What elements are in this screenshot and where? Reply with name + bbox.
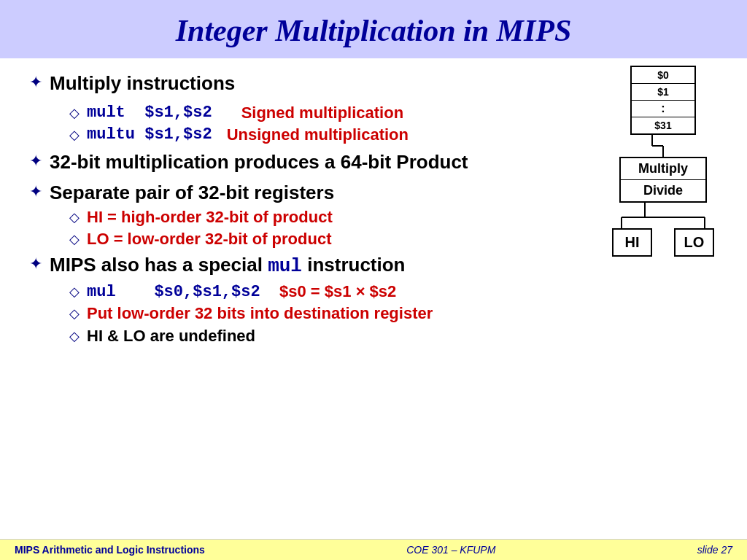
multiply-divide-box: Multiply Divide xyxy=(619,157,707,203)
put-low-desc: Put low-order 32 bits into destination r… xyxy=(87,304,433,323)
bullet-text-3: Separate pair of 32-bit registers xyxy=(50,181,334,206)
lo-box: LO xyxy=(674,228,714,257)
lo-desc: LO = low-order 32-bit of product xyxy=(87,230,332,249)
reg-s31: $31 xyxy=(632,117,694,133)
sub-item-mult-content: mult $s1,$s2 Signed multiplication xyxy=(87,104,403,122)
diagram: $0 $1 : $31 Multiply Divide HI LO xyxy=(601,66,725,257)
multiply-label: Multiply xyxy=(621,158,705,180)
bullet-text-1: Multiply instructions xyxy=(50,71,235,96)
connector-svg-bottom xyxy=(601,203,725,228)
hi-lo-row: HI LO xyxy=(601,228,725,257)
bullet-text-4: MIPS also has a special mul instruction xyxy=(50,253,406,279)
mul-desc: $s0 = $s1 × $s2 xyxy=(279,282,396,301)
connector-svg-top xyxy=(619,135,707,157)
hi-box: HI xyxy=(612,228,652,257)
sub-item-put-low: ◇ Put low-order 32 bits into destination… xyxy=(69,304,718,323)
diamond-icon-3: ✦ xyxy=(29,182,42,201)
diamond-icon-1: ✦ xyxy=(29,73,42,92)
mul-inline-code: mul xyxy=(268,255,302,277)
sub-diamond-icon-7: ◇ xyxy=(69,328,80,344)
sub-item-undefined: ◇ HI & LO are undefined xyxy=(69,326,718,347)
footer-left: MIPS Arithmetic and Logic Instructions xyxy=(15,544,205,556)
sub-item-mul-content: mul $s0,$s1,$s2 $s0 = $s1 × $s2 xyxy=(87,282,396,301)
reg-dots: : xyxy=(632,101,694,117)
register-file: $0 $1 : $31 xyxy=(630,66,696,135)
reg-s0: $0 xyxy=(632,67,694,84)
sub-diamond-icon-6: ◇ xyxy=(69,306,80,322)
footer: MIPS Arithmetic and Logic Instructions C… xyxy=(0,539,747,560)
undefined-desc: HI & LO are undefined xyxy=(87,326,255,347)
sub-diamond-icon-5: ◇ xyxy=(69,284,80,300)
divide-label: Divide xyxy=(621,180,705,201)
bullet-text-2: 32-bit multiplication produces a 64-bit … xyxy=(50,150,468,175)
footer-center: COE 301 – KFUPM xyxy=(406,544,495,556)
reg-s1: $1 xyxy=(632,84,694,101)
multu-code: multu $s1,$s2 xyxy=(87,125,212,144)
hi-desc: HI = high-order 32-bit of product xyxy=(87,208,333,227)
sub-diamond-icon-4: ◇ xyxy=(69,231,80,247)
bullet-mips-special: ✦ MIPS also has a special mul instructio… xyxy=(29,253,718,279)
footer-right: slide 27 xyxy=(697,544,732,556)
sub-items-mul: ◇ mul $s0,$s1,$s2 $s0 = $s1 × $s2 ◇ Put … xyxy=(69,282,718,347)
sub-item-multu-content: multu $s1,$s2 Unsigned multiplication xyxy=(87,125,409,144)
sub-diamond-icon-1: ◇ xyxy=(69,105,80,121)
diamond-icon-4: ✦ xyxy=(29,254,42,273)
diamond-icon-2: ✦ xyxy=(29,152,42,171)
sub-item-mul-code: ◇ mul $s0,$s1,$s2 $s0 = $s1 × $s2 xyxy=(69,282,718,301)
mul-code: mul $s0,$s1,$s2 xyxy=(87,283,279,301)
main-content: $0 $1 : $31 Multiply Divide HI LO xyxy=(0,58,747,347)
sub-diamond-icon-3: ◇ xyxy=(69,209,80,225)
multu-desc: Unsigned multiplication xyxy=(227,125,409,144)
sub-diamond-icon-2: ◇ xyxy=(69,127,80,143)
mult-desc: Signed multiplication xyxy=(241,104,403,122)
slide-header: Integer Multiplication in MIPS xyxy=(0,0,747,58)
mult-code: mult $s1,$s2 xyxy=(87,104,212,122)
slide-title: Integer Multiplication in MIPS xyxy=(15,13,732,48)
